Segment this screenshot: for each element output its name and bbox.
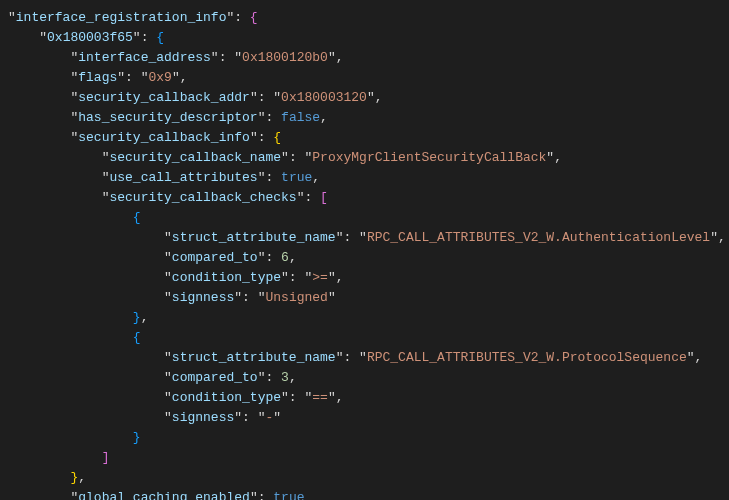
code-viewer: "interface_registration_info": { "0x1800… [0, 0, 729, 500]
json-key: condition_type [172, 390, 281, 405]
json-key: compared_to [172, 250, 258, 265]
json-bool: false [281, 110, 320, 125]
json-key: condition_type [172, 270, 281, 285]
json-string: 0x1800120b0 [242, 50, 328, 65]
json-key: compared_to [172, 370, 258, 385]
json-key: struct_attribute_name [172, 230, 336, 245]
json-key: 0x180003f65 [47, 30, 133, 45]
json-number: 3 [281, 370, 289, 385]
json-string: RPC_CALL_ATTRIBUTES_V2_W.ProtocolSequenc… [367, 350, 687, 365]
json-string: >= [312, 270, 328, 285]
json-key: has_security_descriptor [78, 110, 257, 125]
json-key: struct_attribute_name [172, 350, 336, 365]
json-key: flags [78, 70, 117, 85]
json-string: 0x180003120 [281, 90, 367, 105]
json-key: signness [172, 290, 234, 305]
json-string: 0x9 [148, 70, 171, 85]
json-key: interface_address [78, 50, 211, 65]
json-key: signness [172, 410, 234, 425]
json-bool: true [273, 490, 304, 500]
json-string: == [312, 390, 328, 405]
json-string: RPC_CALL_ATTRIBUTES_V2_W.AuthenticationL… [367, 230, 710, 245]
json-key: security_callback_addr [78, 90, 250, 105]
json-string: Unsigned [265, 290, 327, 305]
json-key: security_callback_info [78, 130, 250, 145]
json-number: 6 [281, 250, 289, 265]
json-key: global_caching_enabled [78, 490, 250, 500]
json-key: security_callback_checks [109, 190, 296, 205]
json-key: interface_registration_info [16, 10, 227, 25]
json-bool: true [281, 170, 312, 185]
json-key: use_call_attributes [109, 170, 257, 185]
json-string: ProxyMgrClientSecurityCallBack [312, 150, 546, 165]
json-key: security_callback_name [109, 150, 281, 165]
